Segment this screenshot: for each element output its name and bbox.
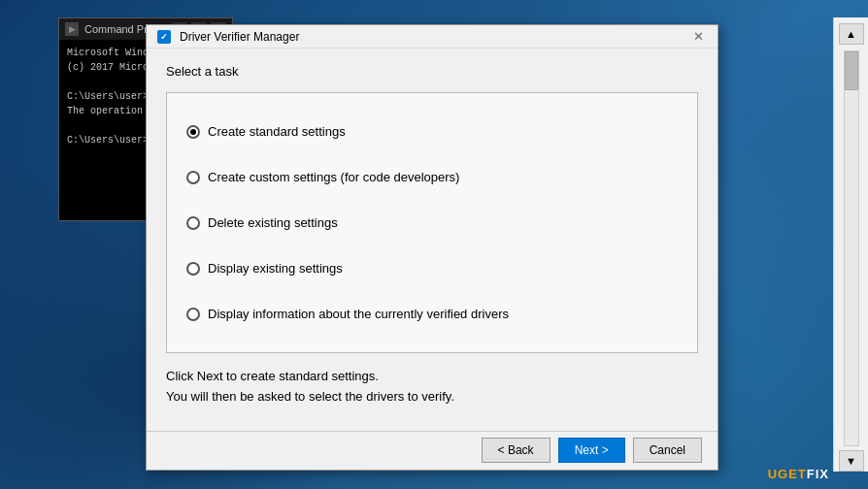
radio-option-5[interactable]: Display information about the currently … bbox=[186, 291, 678, 337]
dialog-content: Select a task Create standard settings C… bbox=[147, 49, 718, 431]
scroll-down-btn[interactable]: ▼ bbox=[839, 450, 864, 472]
watermark-brand2: FIX bbox=[807, 467, 829, 481]
radio-option-1[interactable]: Create standard settings bbox=[186, 109, 678, 154]
radio-option-3[interactable]: Delete existing settings bbox=[186, 200, 678, 245]
cancel-button[interactable]: Cancel bbox=[633, 438, 702, 463]
scrollbar-thumb[interactable] bbox=[845, 51, 858, 90]
back-button[interactable]: < Back bbox=[482, 438, 551, 463]
info-line-2: You will then be asked to select the dri… bbox=[166, 387, 698, 408]
radio-btn-5[interactable] bbox=[186, 308, 200, 321]
scroll-up-btn[interactable]: ▲ bbox=[839, 23, 864, 45]
info-line-1: Click Next to create standard settings. bbox=[166, 367, 698, 387]
radio-btn-4[interactable] bbox=[186, 262, 200, 276]
watermark-brand1: UGET bbox=[768, 467, 807, 481]
radio-btn-3[interactable] bbox=[186, 216, 200, 230]
info-area: Click Next to create standard settings. … bbox=[166, 353, 698, 415]
dialog-footer: < Back Next > Cancel bbox=[147, 431, 718, 470]
dialog-close-btn[interactable]: ✕ bbox=[688, 27, 708, 47]
radio-label-5: Display information about the currently … bbox=[208, 307, 509, 321]
radio-option-2[interactable]: Create custom settings (for code develop… bbox=[186, 154, 678, 200]
shield-check-icon: ✓ bbox=[157, 30, 171, 44]
options-area: Create standard settings Create custom s… bbox=[166, 92, 698, 353]
radio-label-4: Display existing settings bbox=[208, 261, 343, 276]
radio-option-4[interactable]: Display existing settings bbox=[186, 245, 678, 291]
radio-label-1: Create standard settings bbox=[208, 124, 346, 139]
radio-label-2: Create custom settings (for code develop… bbox=[208, 170, 459, 184]
next-button[interactable]: Next > bbox=[558, 438, 625, 463]
dialog-titlebar: ✓ Driver Verifier Manager ✕ bbox=[147, 25, 718, 49]
radio-btn-2[interactable] bbox=[186, 171, 200, 184]
right-panel: ▲ ▼ bbox=[833, 17, 868, 472]
select-task-label: Select a task bbox=[166, 64, 698, 79]
scrollbar-track[interactable] bbox=[844, 50, 859, 446]
cmd-icon: ▶ bbox=[65, 22, 79, 36]
driver-verifier-dialog: ✓ Driver Verifier Manager ✕ Select a tas… bbox=[146, 24, 718, 471]
radio-btn-1[interactable] bbox=[186, 125, 200, 139]
dialog-icon: ✓ bbox=[156, 29, 172, 45]
radio-label-3: Delete existing settings bbox=[208, 215, 338, 230]
dialog-title: Driver Verifier Manager bbox=[180, 30, 681, 44]
watermark: UGETFIX bbox=[768, 467, 829, 481]
